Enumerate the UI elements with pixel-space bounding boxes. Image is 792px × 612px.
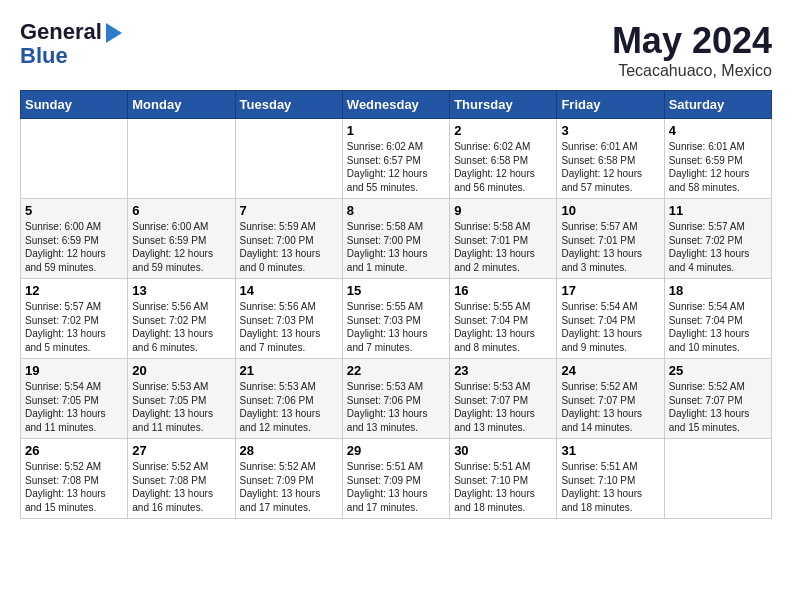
day-number: 12 <box>25 283 123 298</box>
header-monday: Monday <box>128 91 235 119</box>
calendar-cell: 5 Sunrise: 6:00 AMSunset: 6:59 PMDayligh… <box>21 199 128 279</box>
calendar-cell: 6 Sunrise: 6:00 AMSunset: 6:59 PMDayligh… <box>128 199 235 279</box>
day-number: 11 <box>669 203 767 218</box>
day-number: 29 <box>347 443 445 458</box>
day-number: 26 <box>25 443 123 458</box>
day-number: 21 <box>240 363 338 378</box>
title-block: May 2024 Tecacahuaco, Mexico <box>612 20 772 80</box>
header-thursday: Thursday <box>450 91 557 119</box>
day-info: Sunrise: 5:57 AMSunset: 7:02 PMDaylight:… <box>669 220 767 274</box>
day-info: Sunrise: 5:54 AMSunset: 7:04 PMDaylight:… <box>669 300 767 354</box>
day-number: 22 <box>347 363 445 378</box>
day-number: 10 <box>561 203 659 218</box>
calendar-cell: 23 Sunrise: 5:53 AMSunset: 7:07 PMDaylig… <box>450 359 557 439</box>
calendar-cell: 25 Sunrise: 5:52 AMSunset: 7:07 PMDaylig… <box>664 359 771 439</box>
calendar-cell: 18 Sunrise: 5:54 AMSunset: 7:04 PMDaylig… <box>664 279 771 359</box>
day-info: Sunrise: 5:51 AMSunset: 7:09 PMDaylight:… <box>347 460 445 514</box>
calendar-cell: 13 Sunrise: 5:56 AMSunset: 7:02 PMDaylig… <box>128 279 235 359</box>
day-number: 31 <box>561 443 659 458</box>
header-wednesday: Wednesday <box>342 91 449 119</box>
day-info: Sunrise: 5:53 AMSunset: 7:06 PMDaylight:… <box>240 380 338 434</box>
day-info: Sunrise: 5:59 AMSunset: 7:00 PMDaylight:… <box>240 220 338 274</box>
calendar-cell: 12 Sunrise: 5:57 AMSunset: 7:02 PMDaylig… <box>21 279 128 359</box>
calendar-subtitle: Tecacahuaco, Mexico <box>612 62 772 80</box>
calendar-cell: 22 Sunrise: 5:53 AMSunset: 7:06 PMDaylig… <box>342 359 449 439</box>
day-info: Sunrise: 5:58 AMSunset: 7:01 PMDaylight:… <box>454 220 552 274</box>
day-number: 24 <box>561 363 659 378</box>
calendar-cell: 21 Sunrise: 5:53 AMSunset: 7:06 PMDaylig… <box>235 359 342 439</box>
day-number: 19 <box>25 363 123 378</box>
calendar-cell: 1 Sunrise: 6:02 AMSunset: 6:57 PMDayligh… <box>342 119 449 199</box>
day-info: Sunrise: 6:02 AMSunset: 6:57 PMDaylight:… <box>347 140 445 194</box>
calendar-cell: 14 Sunrise: 5:56 AMSunset: 7:03 PMDaylig… <box>235 279 342 359</box>
calendar-cell: 3 Sunrise: 6:01 AMSunset: 6:58 PMDayligh… <box>557 119 664 199</box>
day-info: Sunrise: 5:52 AMSunset: 7:07 PMDaylight:… <box>561 380 659 434</box>
calendar-cell: 9 Sunrise: 5:58 AMSunset: 7:01 PMDayligh… <box>450 199 557 279</box>
calendar-cell: 29 Sunrise: 5:51 AMSunset: 7:09 PMDaylig… <box>342 439 449 519</box>
calendar-cell: 28 Sunrise: 5:52 AMSunset: 7:09 PMDaylig… <box>235 439 342 519</box>
logo: General Blue <box>20 20 122 68</box>
calendar-week-row: 5 Sunrise: 6:00 AMSunset: 6:59 PMDayligh… <box>21 199 772 279</box>
calendar-week-row: 12 Sunrise: 5:57 AMSunset: 7:02 PMDaylig… <box>21 279 772 359</box>
day-info: Sunrise: 6:00 AMSunset: 6:59 PMDaylight:… <box>25 220 123 274</box>
calendar-cell: 2 Sunrise: 6:02 AMSunset: 6:58 PMDayligh… <box>450 119 557 199</box>
day-number: 15 <box>347 283 445 298</box>
day-info: Sunrise: 5:54 AMSunset: 7:04 PMDaylight:… <box>561 300 659 354</box>
day-number: 9 <box>454 203 552 218</box>
day-info: Sunrise: 6:01 AMSunset: 6:59 PMDaylight:… <box>669 140 767 194</box>
day-number: 8 <box>347 203 445 218</box>
day-info: Sunrise: 5:58 AMSunset: 7:00 PMDaylight:… <box>347 220 445 274</box>
calendar-cell <box>235 119 342 199</box>
calendar-cell <box>128 119 235 199</box>
calendar-cell: 17 Sunrise: 5:54 AMSunset: 7:04 PMDaylig… <box>557 279 664 359</box>
calendar-cell: 20 Sunrise: 5:53 AMSunset: 7:05 PMDaylig… <box>128 359 235 439</box>
day-info: Sunrise: 6:02 AMSunset: 6:58 PMDaylight:… <box>454 140 552 194</box>
day-number: 20 <box>132 363 230 378</box>
calendar-cell: 27 Sunrise: 5:52 AMSunset: 7:08 PMDaylig… <box>128 439 235 519</box>
day-number: 1 <box>347 123 445 138</box>
day-number: 7 <box>240 203 338 218</box>
day-info: Sunrise: 5:56 AMSunset: 7:02 PMDaylight:… <box>132 300 230 354</box>
day-info: Sunrise: 5:52 AMSunset: 7:07 PMDaylight:… <box>669 380 767 434</box>
day-number: 6 <box>132 203 230 218</box>
calendar-header-row: Sunday Monday Tuesday Wednesday Thursday… <box>21 91 772 119</box>
day-number: 14 <box>240 283 338 298</box>
day-number: 2 <box>454 123 552 138</box>
day-info: Sunrise: 5:51 AMSunset: 7:10 PMDaylight:… <box>454 460 552 514</box>
calendar-cell: 11 Sunrise: 5:57 AMSunset: 7:02 PMDaylig… <box>664 199 771 279</box>
day-info: Sunrise: 5:53 AMSunset: 7:07 PMDaylight:… <box>454 380 552 434</box>
calendar-cell: 8 Sunrise: 5:58 AMSunset: 7:00 PMDayligh… <box>342 199 449 279</box>
calendar-cell: 26 Sunrise: 5:52 AMSunset: 7:08 PMDaylig… <box>21 439 128 519</box>
day-number: 5 <box>25 203 123 218</box>
calendar-cell: 16 Sunrise: 5:55 AMSunset: 7:04 PMDaylig… <box>450 279 557 359</box>
header-tuesday: Tuesday <box>235 91 342 119</box>
page-header: General Blue May 2024 Tecacahuaco, Mexic… <box>20 20 772 80</box>
calendar-cell: 7 Sunrise: 5:59 AMSunset: 7:00 PMDayligh… <box>235 199 342 279</box>
day-info: Sunrise: 5:52 AMSunset: 7:09 PMDaylight:… <box>240 460 338 514</box>
calendar-cell: 19 Sunrise: 5:54 AMSunset: 7:05 PMDaylig… <box>21 359 128 439</box>
calendar-cell: 31 Sunrise: 5:51 AMSunset: 7:10 PMDaylig… <box>557 439 664 519</box>
day-info: Sunrise: 6:00 AMSunset: 6:59 PMDaylight:… <box>132 220 230 274</box>
day-number: 18 <box>669 283 767 298</box>
day-number: 23 <box>454 363 552 378</box>
day-info: Sunrise: 5:51 AMSunset: 7:10 PMDaylight:… <box>561 460 659 514</box>
calendar-cell <box>664 439 771 519</box>
day-number: 13 <box>132 283 230 298</box>
day-number: 27 <box>132 443 230 458</box>
calendar-week-row: 26 Sunrise: 5:52 AMSunset: 7:08 PMDaylig… <box>21 439 772 519</box>
day-number: 3 <box>561 123 659 138</box>
day-info: Sunrise: 6:01 AMSunset: 6:58 PMDaylight:… <box>561 140 659 194</box>
header-sunday: Sunday <box>21 91 128 119</box>
calendar-week-row: 19 Sunrise: 5:54 AMSunset: 7:05 PMDaylig… <box>21 359 772 439</box>
day-number: 25 <box>669 363 767 378</box>
day-number: 17 <box>561 283 659 298</box>
header-friday: Friday <box>557 91 664 119</box>
calendar-cell: 24 Sunrise: 5:52 AMSunset: 7:07 PMDaylig… <box>557 359 664 439</box>
calendar-cell <box>21 119 128 199</box>
calendar-cell: 4 Sunrise: 6:01 AMSunset: 6:59 PMDayligh… <box>664 119 771 199</box>
day-info: Sunrise: 5:57 AMSunset: 7:02 PMDaylight:… <box>25 300 123 354</box>
day-info: Sunrise: 5:53 AMSunset: 7:05 PMDaylight:… <box>132 380 230 434</box>
day-number: 30 <box>454 443 552 458</box>
day-info: Sunrise: 5:52 AMSunset: 7:08 PMDaylight:… <box>132 460 230 514</box>
day-info: Sunrise: 5:56 AMSunset: 7:03 PMDaylight:… <box>240 300 338 354</box>
